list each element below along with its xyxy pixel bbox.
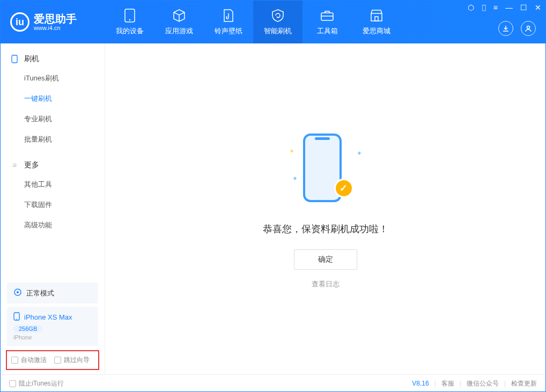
tab-label: 智能刷机: [264, 26, 292, 36]
tab-label: 铃声壁纸: [215, 26, 242, 36]
checkbox-label: 跳过向导: [64, 356, 90, 365]
checkbox-icon: [9, 380, 16, 387]
tshirt-icon[interactable]: ⬡: [468, 4, 474, 11]
tab-toolbox[interactable]: 工具箱: [302, 1, 352, 43]
title-bar: iu 爱思助手 www.i4.cn 我的设备 应用游戏 铃声壁纸 智能刷机 工具…: [1, 1, 545, 43]
device-type: iPhone: [13, 334, 92, 341]
mode-label: 正常模式: [26, 289, 54, 298]
device-phone-icon: [13, 312, 20, 322]
checkbox-label: 自动激活: [21, 356, 47, 365]
checkbox-icon: [54, 357, 61, 364]
sparkle-icon: ✦: [292, 175, 298, 182]
tab-apps-games[interactable]: 应用游戏: [154, 1, 204, 43]
refresh-shield-icon: [270, 8, 285, 23]
tab-store[interactable]: 爱思商城: [352, 1, 401, 43]
footer-link-wechat[interactable]: 微信公众号: [467, 379, 499, 388]
main-content: ✦ ✦ ✦ ✓ 恭喜您，保资料刷机成功啦！ 确定 查看日志: [105, 43, 545, 374]
device-storage-badge: 256GB: [13, 325, 42, 332]
menu-lines-icon: ≡: [10, 161, 19, 169]
ok-button[interactable]: 确定: [294, 249, 357, 270]
device-icon: [10, 55, 19, 63]
mode-chip[interactable]: 正常模式: [7, 283, 98, 304]
svg-point-7: [17, 291, 19, 293]
status-bar: 阻止iTunes运行 V8.16 | 客服 | 微信公众号 | 检查更新: [1, 374, 545, 392]
nav-tabs: 我的设备 应用游戏 铃声壁纸 智能刷机 工具箱 爱思商城: [105, 1, 401, 43]
section-title: 更多: [24, 160, 39, 170]
logo-icon: iu: [10, 12, 29, 32]
sidebar-item-itunes-flash[interactable]: iTunes刷机: [1, 68, 105, 88]
version-label: V8.16: [412, 380, 429, 387]
mode-icon: [13, 288, 22, 298]
checkbox-auto-activate[interactable]: 自动激活: [11, 356, 47, 365]
minimize-button[interactable]: —: [505, 4, 513, 11]
footer-link-support[interactable]: 客服: [441, 379, 454, 388]
section-more: ≡ 更多: [1, 156, 105, 174]
options-row: 自动激活 跳过向导: [6, 350, 99, 370]
checkbox-icon: [11, 357, 18, 364]
sidebar-item-pro-flash[interactable]: 专业刷机: [1, 109, 105, 129]
section-title: 刷机: [24, 54, 39, 64]
separator: |: [434, 380, 436, 387]
maximize-button[interactable]: ☐: [520, 4, 527, 11]
device-name: iPhone XS Max: [24, 313, 72, 321]
footer-link-update[interactable]: 检查更新: [511, 379, 537, 388]
svg-point-9: [16, 319, 17, 320]
tab-label: 工具箱: [317, 26, 338, 36]
checkbox-label: 阻止iTunes运行: [19, 379, 64, 388]
tab-ringtones-wallpapers[interactable]: 铃声壁纸: [204, 1, 253, 43]
svg-point-4: [527, 26, 530, 29]
sparkle-icon: ✦: [357, 150, 362, 157]
close-button[interactable]: ✕: [535, 4, 541, 11]
tab-label: 我的设备: [116, 26, 144, 36]
app-url: www.i4.cn: [34, 25, 77, 31]
menu-icon[interactable]: ≡: [493, 4, 498, 11]
tab-smart-flash[interactable]: 智能刷机: [253, 1, 302, 43]
success-message: 恭喜您，保资料刷机成功啦！: [263, 223, 388, 235]
sidebar-item-other-tools[interactable]: 其他工具: [1, 174, 105, 195]
sidebar: 刷机 iTunes刷机 一键刷机 专业刷机 批量刷机 ≡ 更多 其他工具 下载固…: [1, 43, 105, 374]
svg-rect-3: [375, 17, 378, 21]
phone-icon: [122, 8, 137, 23]
separator: |: [504, 380, 506, 387]
sidebar-item-download-firmware[interactable]: 下载固件: [1, 195, 105, 215]
download-button[interactable]: [498, 21, 513, 36]
tab-my-device[interactable]: 我的设备: [105, 1, 154, 43]
sidebar-item-batch-flash[interactable]: 批量刷机: [1, 129, 105, 150]
sparkle-icon: ✦: [289, 147, 294, 155]
cube-icon: [172, 8, 187, 23]
section-flash: 刷机: [1, 50, 105, 68]
device-chip[interactable]: iPhone XS Max 256GB iPhone: [7, 307, 98, 346]
svg-point-1: [129, 19, 131, 21]
user-button[interactable]: [521, 21, 536, 36]
checkbox-block-itunes[interactable]: 阻止iTunes运行: [9, 379, 64, 388]
app-title: 爱思助手: [34, 13, 77, 25]
store-icon: [369, 8, 384, 23]
toolbox-icon: [320, 8, 335, 23]
svg-rect-2: [321, 13, 333, 20]
tab-label: 爱思商城: [363, 26, 390, 36]
check-badge-icon: ✓: [334, 179, 353, 198]
app-logo: iu 爱思助手 www.i4.cn: [1, 12, 105, 32]
music-file-icon: [221, 8, 236, 23]
sidebar-item-oneclick-flash[interactable]: 一键刷机: [1, 88, 105, 109]
header-actions: [498, 21, 536, 36]
view-log-link[interactable]: 查看日志: [312, 279, 340, 289]
separator: |: [460, 380, 461, 387]
svg-rect-5: [12, 55, 17, 63]
success-illustration: ✦ ✦ ✦ ✓: [288, 129, 363, 210]
tab-label: 应用游戏: [165, 26, 193, 36]
settings-icon[interactable]: ⌷: [482, 4, 486, 11]
window-controls: ⬡ ⌷ ≡ — ☐ ✕: [468, 4, 541, 11]
checkbox-skip-guide[interactable]: 跳过向导: [54, 356, 90, 365]
sidebar-item-advanced[interactable]: 高级功能: [1, 215, 105, 235]
